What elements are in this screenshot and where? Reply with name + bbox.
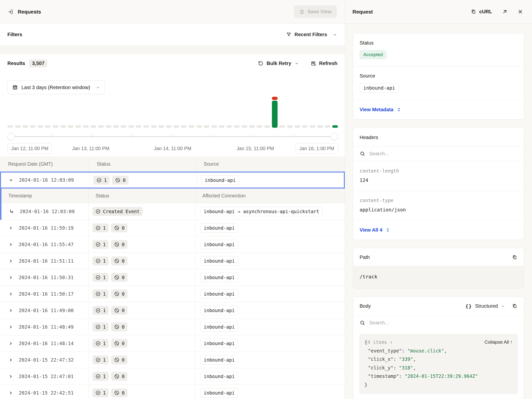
body-title: Body (360, 303, 466, 309)
recent-filters-dropdown[interactable]: Recent Filters (286, 32, 337, 37)
slider-tick (92, 134, 92, 138)
chevron-right-icon[interactable] (8, 275, 13, 280)
slider-handle-start[interactable] (7, 133, 15, 140)
accepted-count-badge: 1 (92, 273, 109, 282)
timeline-empty-slot (174, 125, 179, 128)
timeline-empty-slot (317, 125, 323, 128)
column-header-event-status: Status (88, 189, 195, 203)
rejected-count-badge: 0 (111, 289, 127, 298)
copy-body-icon[interactable] (512, 303, 517, 309)
accepted-bar-segment (272, 101, 278, 128)
request-date: 2024-01-15 22:47:32 (19, 357, 74, 363)
requests-panel: Requests Save View Filters Recent Filter… (0, 0, 345, 399)
chevron-right-icon[interactable] (8, 374, 13, 379)
chevron-right-icon[interactable] (8, 341, 13, 346)
chevron-right-icon[interactable] (8, 225, 13, 231)
prohibit-icon (114, 324, 119, 330)
timeline-tick-labels: Jan 12, 11:00 PMJan 13, 11:00 PMJan 14, … (7, 143, 338, 154)
prohibit-icon (114, 390, 119, 396)
timeline-bar[interactable] (272, 97, 278, 128)
collapse-all-button[interactable]: Collapse All ↑ (484, 338, 513, 347)
timeline-empty-slot (295, 125, 300, 128)
chevron-right-icon[interactable] (8, 258, 13, 264)
view-all-headers-link[interactable]: View All 4 (360, 227, 517, 233)
bulk-retry-button[interactable]: Bulk Retry (258, 61, 299, 66)
request-row[interactable]: 2024-01-16 11:50:17 1 0 inbound-api (0, 286, 345, 302)
request-row[interactable]: 2024-01-16 11:55:47 1 0 inbound-api (0, 236, 345, 253)
table-rows: 2024-01-16 11:59:19 1 0 inbound-api 2024… (0, 220, 345, 399)
selected-request-row[interactable]: 2024-01-16 12:03:09 1 0 inbound-api (0, 172, 345, 189)
source-label: Source (360, 73, 517, 79)
chevron-right-icon[interactable] (8, 291, 13, 297)
request-date: 2024-01-16 11:48:14 (19, 341, 74, 346)
close-icon[interactable] (517, 9, 523, 15)
date-range-selector[interactable]: Last 3 days (Retention window) (7, 80, 105, 94)
path-value: /track (353, 266, 524, 288)
rejected-count-badge: 0 (111, 256, 127, 265)
date-range-label: Last 3 days (Retention window) (21, 85, 90, 90)
chevron-down-icon (332, 32, 337, 37)
request-date: 2024-01-16 11:55:47 (19, 242, 74, 247)
timeline-empty-slot (279, 125, 285, 128)
chevron-right-icon[interactable] (8, 390, 13, 396)
chevron-down-icon (96, 85, 100, 90)
accepted-count-badge: 1 (92, 223, 109, 232)
source-badge: inbound-api (200, 273, 238, 282)
request-row[interactable]: 2024-01-15 22:47:01 1 0 inbound-api (0, 368, 345, 385)
slider-handle-end[interactable] (331, 133, 338, 140)
timeline-empty-slot (83, 125, 89, 128)
accepted-count-badge: 1 (92, 355, 109, 364)
body-search-input[interactable] (369, 320, 517, 326)
event-row[interactable]: 2024-01-16 12:03:09 Created Event inboun… (1, 203, 345, 220)
timeline-empty-slot (90, 125, 96, 128)
timeline-empty-slot (249, 125, 255, 128)
app-header: Requests Save View (0, 0, 345, 24)
chevron-right-icon[interactable] (8, 308, 13, 313)
copy-path-icon[interactable] (512, 255, 517, 260)
body-mode-dropdown[interactable]: {} Structured (466, 303, 505, 309)
request-row[interactable]: 2024-01-16 11:51:11 1 0 inbound-api (0, 253, 345, 269)
timeline-empty-slot (166, 125, 172, 128)
status-label: Status (360, 40, 517, 46)
rejected-count-badge: 0 (111, 355, 127, 364)
chevron-right-icon[interactable] (8, 357, 13, 363)
accepted-count-badge: 1 (93, 176, 110, 185)
timeline-empty-slot (113, 125, 119, 128)
chevron-right-icon[interactable] (8, 324, 13, 330)
prohibit-icon (114, 275, 119, 280)
timeline-tick-label: Jan 14, 11:00 PM (154, 146, 191, 151)
chevron-right-icon[interactable] (8, 242, 13, 247)
header-value: application/json (360, 207, 517, 213)
request-detail-panel: Request cURL Status Accepted Source inbo… (345, 0, 532, 399)
header-name: content-length (360, 168, 517, 174)
timeline-empty-slot (196, 125, 202, 128)
source-badge: inbound-api (200, 306, 238, 315)
check-circle-icon (95, 324, 101, 330)
timeline-empty-slot (310, 125, 315, 128)
event-timestamp: 2024-01-16 12:03:09 (20, 209, 75, 214)
status-source-card: Status Accepted Source inbound-api View … (353, 33, 524, 120)
request-row[interactable]: 2024-01-16 11:49:00 1 0 inbound-api (0, 302, 345, 319)
request-row[interactable]: 2024-01-16 11:59:19 1 0 inbound-api (0, 220, 345, 236)
rejected-count-badge: 0 (111, 306, 127, 315)
request-row[interactable]: 2024-01-16 11:48:49 1 0 inbound-api (0, 319, 345, 335)
request-row[interactable]: 2024-01-15 22:42:51 1 0 inbound-api (0, 385, 345, 399)
chevron-down-icon (501, 304, 505, 308)
headers-card: Headers content-length 124 content-type … (353, 128, 524, 240)
chevron-down-icon[interactable] (8, 177, 14, 183)
timeline-bar-small[interactable] (332, 125, 338, 128)
request-row[interactable]: 2024-01-16 11:48:14 1 0 inbound-api (0, 335, 345, 352)
curl-button[interactable]: cURL (471, 9, 492, 15)
rejected-count-badge: 0 (111, 240, 127, 249)
headers-search-input[interactable] (369, 151, 517, 157)
view-metadata-link[interactable]: View Metadata (360, 107, 517, 112)
open-in-new-icon[interactable] (502, 9, 508, 15)
timeline-empty-slot (143, 125, 149, 128)
save-view-button[interactable]: Save View (294, 5, 337, 18)
return-arrow-icon (9, 209, 14, 214)
unfold-chevrons-icon (396, 107, 401, 112)
source-badge: inbound-api (200, 289, 238, 299)
refresh-button[interactable]: Refresh (310, 61, 337, 66)
request-row[interactable]: 2024-01-16 11:50:31 1 0 inbound-api (0, 269, 345, 286)
request-row[interactable]: 2024-01-15 22:47:32 1 0 inbound-api (0, 352, 345, 368)
